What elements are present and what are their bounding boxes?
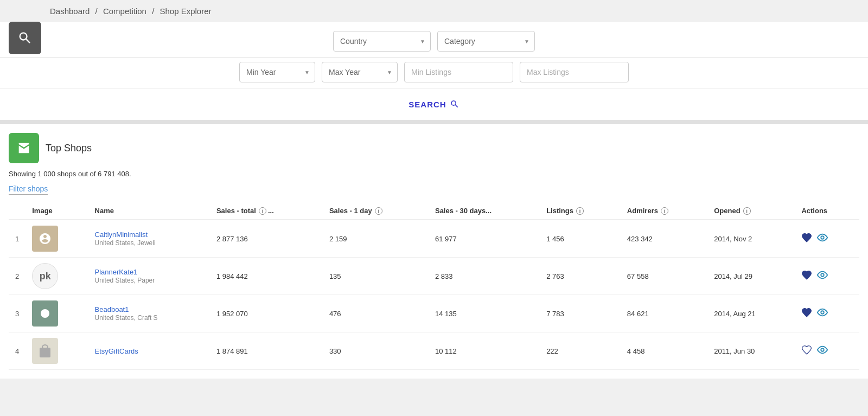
row-sales-total-1: 2 877 136 xyxy=(210,220,323,258)
table-row: 1 CaitlynMinimalist United States, Jewel… xyxy=(9,220,859,258)
table-row: 4 EtsyGiftCards 1 874 891 330 10 112 222… xyxy=(9,332,859,370)
favorite-button-4[interactable] xyxy=(801,344,812,358)
search-icon xyxy=(17,30,33,46)
table-body: 1 CaitlynMinimalist United States, Jewel… xyxy=(9,220,859,370)
results-header: Top Shops xyxy=(9,133,859,163)
shop-avatar-3 xyxy=(32,300,58,327)
row-sales-30days-4: 10 112 xyxy=(429,332,540,370)
col-name: Name xyxy=(88,202,210,220)
shop-avatar-2: pk xyxy=(32,263,58,289)
min-listings-input[interactable] xyxy=(404,62,513,82)
country-select[interactable]: Country xyxy=(333,31,431,52)
search-button-icon xyxy=(450,99,459,109)
sales-total-info-icon[interactable]: i xyxy=(259,207,266,215)
shops-table: Image Name Sales - total i ... Sales - 1… xyxy=(9,202,859,370)
action-cell-2 xyxy=(801,269,853,284)
row-sales-total-3: 1 952 070 xyxy=(210,295,323,332)
sales-1day-info-icon[interactable]: i xyxy=(375,207,382,215)
row-opened-1: 2014, Nov 2 xyxy=(707,220,795,258)
sales-total-ellipsis: ... xyxy=(268,207,274,215)
row-sales-1day-1: 2 159 xyxy=(323,220,429,258)
row-sales-1day-3: 476 xyxy=(323,295,429,332)
col-listings: Listings i xyxy=(540,202,621,220)
opened-info-icon[interactable]: i xyxy=(743,207,751,215)
favorite-button-2[interactable] xyxy=(801,270,812,283)
row-sales-1day-2: 135 xyxy=(323,258,429,295)
search-icon-button[interactable] xyxy=(9,22,41,54)
col-sales-1day: Sales - 1 day i xyxy=(323,202,429,220)
action-cell-4 xyxy=(801,344,853,359)
view-button-4[interactable] xyxy=(816,344,828,359)
table-row: 2 pk PlannerKate1 United States, Paper 1… xyxy=(9,258,859,295)
row-listings-2: 2 763 xyxy=(540,258,621,295)
action-cell-3 xyxy=(801,306,853,321)
row-admirers-2: 67 558 xyxy=(621,258,707,295)
shop-name-link-1[interactable]: CaitlynMinimalist xyxy=(95,231,203,239)
breadcrumb-competition[interactable]: Competition xyxy=(103,7,146,16)
filter-section: Country Category Min Year Max Year SEARC… xyxy=(0,22,868,120)
country-select-wrapper: Country xyxy=(333,31,431,52)
row-admirers-4: 4 458 xyxy=(621,332,707,370)
favorite-button-1[interactable] xyxy=(801,232,812,246)
col-image: Image xyxy=(25,202,88,220)
breadcrumb-sep1: / xyxy=(95,7,98,16)
shop-sub-3: United States, Craft S xyxy=(95,314,158,322)
filter-row-1: Country Category xyxy=(0,31,868,52)
max-year-select[interactable]: Max Year xyxy=(322,62,398,82)
table-header: Image Name Sales - total i ... Sales - 1… xyxy=(9,202,859,220)
favorite-button-3[interactable] xyxy=(801,307,812,321)
shop-sub-2: United States, Paper xyxy=(95,277,155,284)
category-select[interactable]: Category xyxy=(437,31,535,52)
row-admirers-1: 423 342 xyxy=(621,220,707,258)
row-name-cell-2: PlannerKate1 United States, Paper xyxy=(88,258,210,295)
divider-2 xyxy=(0,88,868,88)
row-image-3 xyxy=(25,295,88,332)
row-opened-3: 2014, Aug 21 xyxy=(707,295,795,332)
col-sales-total: Sales - total i ... xyxy=(210,202,323,220)
top-bar: Dashboard / Competition / Shop Explorer xyxy=(0,0,868,22)
row-image-1 xyxy=(25,220,88,258)
shop-name-link-4[interactable]: EtsyGiftCards xyxy=(95,347,203,355)
max-listings-input[interactable] xyxy=(520,62,629,82)
admirers-info-icon[interactable]: i xyxy=(661,207,668,215)
min-year-select[interactable]: Min Year xyxy=(239,62,315,82)
row-rank-2: 2 xyxy=(9,258,25,295)
shop-avatar-1 xyxy=(32,226,58,252)
row-listings-3: 7 783 xyxy=(540,295,621,332)
svg-point-3 xyxy=(821,311,825,314)
col-actions: Actions xyxy=(795,202,859,220)
shop-avatar-4 xyxy=(32,338,58,364)
col-sales-30days: Sales - 30 days... xyxy=(429,202,540,220)
search-button-label: SEARCH xyxy=(409,100,446,109)
col-opened: Opened i xyxy=(707,202,795,220)
view-button-2[interactable] xyxy=(816,269,828,284)
row-sales-total-4: 1 874 891 xyxy=(210,332,323,370)
breadcrumb: Dashboard / Competition / Shop Explorer xyxy=(50,7,212,16)
shop-name-link-3[interactable]: Beadboat1 xyxy=(95,305,203,313)
svg-point-4 xyxy=(821,348,825,351)
view-button-1[interactable] xyxy=(816,232,828,246)
row-image-2: pk xyxy=(25,258,88,295)
breadcrumb-dashboard[interactable]: Dashboard xyxy=(50,7,90,16)
row-name-cell-3: Beadboat1 United States, Craft S xyxy=(88,295,210,332)
search-button[interactable]: SEARCH xyxy=(409,99,459,109)
shop-sub-1: United States, Jeweli xyxy=(95,239,156,247)
row-opened-2: 2014, Jul 29 xyxy=(707,258,795,295)
action-cell-1 xyxy=(801,232,853,246)
col-admirers: Admirers i xyxy=(621,202,707,220)
row-actions-4 xyxy=(795,332,859,370)
row-sales-total-2: 1 984 442 xyxy=(210,258,323,295)
min-year-select-wrapper: Min Year xyxy=(239,62,315,82)
row-sales-30days-2: 2 833 xyxy=(429,258,540,295)
filter-shops-label[interactable]: Filter shops xyxy=(9,184,48,195)
breadcrumb-sep2: / xyxy=(152,7,154,16)
listings-info-icon[interactable]: i xyxy=(576,207,584,215)
showing-text: Showing 1 000 shops out of 6 791 408. xyxy=(9,170,859,178)
view-button-3[interactable] xyxy=(816,306,828,321)
col-rank xyxy=(9,202,25,220)
row-actions-1 xyxy=(795,220,859,258)
shop-name-link-2[interactable]: PlannerKate1 xyxy=(95,268,203,276)
breadcrumb-shop-explorer: Shop Explorer xyxy=(159,7,211,16)
row-sales-30days-1: 61 977 xyxy=(429,220,540,258)
row-rank-4: 4 xyxy=(9,332,25,370)
